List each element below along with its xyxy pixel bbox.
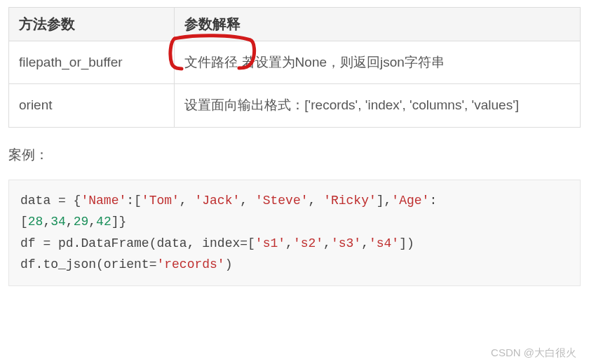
table-row: orient 设置面向输出格式：['records', 'index', 'co… xyxy=(9,84,581,127)
param-table: 方法参数 参数解释 filepath_or_buffer 文件路径 若设置为No… xyxy=(8,7,581,128)
desc-cell: 设置面向输出格式：['records', 'index', 'columns',… xyxy=(175,84,581,127)
param-cell: orient xyxy=(9,84,175,127)
param-cell: filepath_or_buffer xyxy=(9,41,175,84)
table-header-desc: 参数解释 xyxy=(175,8,581,41)
table-row: filepath_or_buffer 文件路径 若设置为None，则返回json… xyxy=(9,41,581,84)
code-block: data = {'Name':['Tom', 'Jack', 'Steve', … xyxy=(8,180,581,286)
desc-highlight: 文件路径 xyxy=(184,55,238,69)
example-label: 案例： xyxy=(8,146,581,164)
table-header-param: 方法参数 xyxy=(9,8,175,41)
desc-rest: 若设置为None，则返回json字符串 xyxy=(238,55,445,69)
watermark: CSDN @大白很火 xyxy=(491,346,576,360)
desc-cell: 文件路径 若设置为None，则返回json字符串 xyxy=(175,41,581,84)
